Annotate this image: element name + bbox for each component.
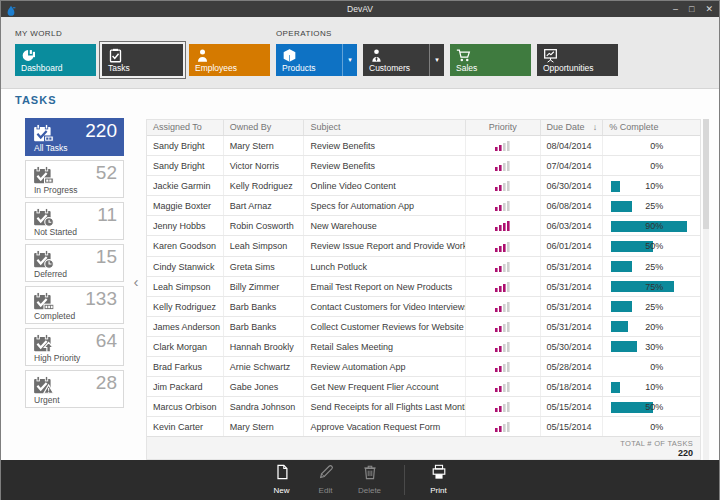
table-row[interactable]: Jim Packard Gabe Jones Get New Frequent …: [147, 377, 700, 397]
task-filter-sidebar: 220 All Tasks 52 In Progress 11 Not Star…: [25, 118, 124, 408]
filter-label: Urgent: [34, 395, 60, 405]
cell-due-date: 08/04/2014: [541, 136, 604, 155]
cell-owned-by: Victor Norris: [224, 156, 305, 175]
delete-button[interactable]: Delete: [350, 464, 390, 495]
progress-value: 20%: [611, 322, 663, 332]
column-header-subject[interactable]: Subject: [304, 120, 465, 135]
cell-subject: Retail Sales Meeting: [304, 337, 465, 356]
sidebar-item-urgent[interactable]: 28 Urgent: [25, 370, 124, 408]
column-header-assigned-to[interactable]: Assigned To: [147, 120, 224, 135]
cell-owned-by: Hannah Brookly: [224, 337, 305, 356]
priority-bars-icon: [466, 397, 541, 416]
table-body: Sandy Bright Mary Stern Review Benefits …: [147, 136, 700, 437]
column-header-due-date[interactable]: Due Date↓: [541, 120, 604, 135]
sidebar-item-completed[interactable]: 133 Completed: [25, 286, 124, 324]
table-row[interactable]: Clark Morgan Hannah Brookly Retail Sales…: [147, 337, 700, 357]
table-row[interactable]: Kevin Carter Mary Stern Approve Vacation…: [147, 417, 700, 437]
sidebar-item-in-progress[interactable]: 52 In Progress: [25, 160, 124, 198]
cell-due-date: 07/04/2014: [541, 156, 604, 175]
titlebar[interactable]: DevAV –□✕: [1, 1, 719, 17]
tile-customers[interactable]: Customers ▾: [363, 44, 444, 76]
cell-subject: Review Automation App: [304, 357, 465, 376]
cell-due-date: 05/18/2014: [541, 377, 604, 396]
tile-dashboard[interactable]: Dashboard: [15, 44, 96, 76]
table-row[interactable]: Sandy Bright Mary Stern Review Benefits …: [147, 136, 700, 156]
table-row[interactable]: Brad Farkus Arnie Schwartz Review Automa…: [147, 357, 700, 377]
task-count: 11: [97, 204, 117, 226]
cell-due-date: 05/30/2014: [541, 337, 604, 356]
new-button[interactable]: New: [262, 464, 302, 495]
progress-value: 10%: [611, 181, 663, 191]
progress-value: 10%: [611, 382, 663, 392]
tile-sales[interactable]: Sales: [450, 44, 531, 76]
sidebar-item-all-tasks[interactable]: 220 All Tasks: [25, 118, 124, 156]
cell-subject: Get New Frequent Flier Account: [304, 377, 465, 396]
cart-icon: [456, 48, 471, 63]
minimize-button[interactable]: –: [673, 1, 678, 17]
priority-bars-icon: [466, 417, 541, 436]
chevron-down-icon[interactable]: ▾: [429, 44, 444, 76]
cell-due-date: 05/31/2014: [541, 297, 604, 316]
bottom-toolbar: New Edit Delete Print: [1, 460, 719, 500]
cell-subject: Send Receipts for all Flights Last Month: [304, 397, 465, 416]
task-count: 64: [96, 330, 117, 352]
table-row[interactable]: Sandy Bright Victor Norris Review Benefi…: [147, 156, 700, 176]
collapse-sidebar-chevron-icon[interactable]: ‹: [130, 273, 142, 290]
column-header-owned-by[interactable]: Owned By: [224, 120, 305, 135]
cell-pct-complete: 75%: [603, 277, 700, 296]
table-row[interactable]: James Anderson Barb Banks Collect Custom…: [147, 317, 700, 337]
print-button[interactable]: Print: [419, 464, 459, 495]
maximize-button[interactable]: □: [689, 1, 694, 17]
priority-bars-icon: [466, 136, 541, 155]
edit-button[interactable]: Edit: [306, 464, 346, 495]
column-header--complete[interactable]: % Complete: [603, 120, 700, 135]
tile-tasks[interactable]: Tasks: [102, 44, 183, 76]
filter-label: Not Started: [34, 227, 77, 237]
tile-label: Dashboard: [21, 63, 63, 73]
toolbar-button-label: Edit: [306, 486, 346, 495]
progress-value: 0%: [611, 141, 663, 151]
cell-pct-complete: 25%: [603, 196, 700, 215]
toolbar-button-label: Delete: [350, 486, 390, 495]
table-row[interactable]: Jenny Hobbs Robin Cosworth New Warehouse…: [147, 216, 700, 236]
table-row[interactable]: Karen Goodson Leah Simpson Review Issue …: [147, 236, 700, 256]
cell-pct-complete: 30%: [603, 337, 700, 356]
tile-employees[interactable]: Employees: [189, 44, 270, 76]
toolbar-button-label: New: [262, 486, 302, 495]
table-row[interactable]: Maggie Boxter Bart Arnaz Specs for Autom…: [147, 196, 700, 216]
table-row[interactable]: Kelly Rodriguez Barb Banks Contact Custo…: [147, 297, 700, 317]
cell-assigned-to: Karen Goodson: [147, 236, 224, 255]
cell-due-date: 05/15/2014: [541, 397, 604, 416]
vertical-scrollbar[interactable]: [703, 119, 709, 460]
cell-assigned-to: Sandy Bright: [147, 136, 224, 155]
sidebar-item-high-priority[interactable]: 64 High Priority: [25, 328, 124, 366]
cell-subject: Lunch Potluck: [304, 257, 465, 276]
priority-bars-icon: [466, 257, 541, 276]
progress-value: 90%: [611, 221, 663, 231]
table-row[interactable]: Leah Simpson Billy Zimmer Email Test Rep…: [147, 277, 700, 297]
progress-value: 25%: [611, 262, 663, 272]
cell-pct-complete: 50%: [603, 397, 700, 416]
table-row[interactable]: Jackie Garmin Kelly Rodriguez Online Vid…: [147, 176, 700, 196]
table-row[interactable]: Cindy Stanwick Greta Sims Lunch Potluck …: [147, 257, 700, 277]
sidebar-item-not-started[interactable]: 11 Not Started: [25, 202, 124, 240]
tile-opportunities[interactable]: Opportunities: [537, 44, 618, 76]
printer-icon: [431, 466, 447, 483]
column-header-priority[interactable]: Priority: [466, 120, 541, 135]
scrollbar-thumb[interactable]: [703, 119, 709, 229]
close-button[interactable]: ✕: [705, 1, 713, 17]
filter-label: In Progress: [34, 185, 77, 195]
tile-products[interactable]: Products ▾: [276, 44, 357, 76]
cell-owned-by: Sandra Johnson: [224, 397, 305, 416]
window-title: DevAV: [1, 4, 719, 14]
ribbon-group-label: OPERATIONS: [276, 29, 618, 38]
cell-pct-complete: 25%: [603, 257, 700, 276]
filter-label: Completed: [34, 311, 75, 321]
sidebar-item-deferred[interactable]: 15 Deferred: [25, 244, 124, 282]
cell-assigned-to: Leah Simpson: [147, 277, 224, 296]
priority-bars-icon: [466, 337, 541, 356]
cell-subject: Specs for Automation App: [304, 196, 465, 215]
table-row[interactable]: Marcus Orbison Sandra Johnson Send Recei…: [147, 397, 700, 417]
chevron-down-icon[interactable]: ▾: [342, 44, 357, 76]
sort-descending-icon: ↓: [593, 122, 598, 132]
